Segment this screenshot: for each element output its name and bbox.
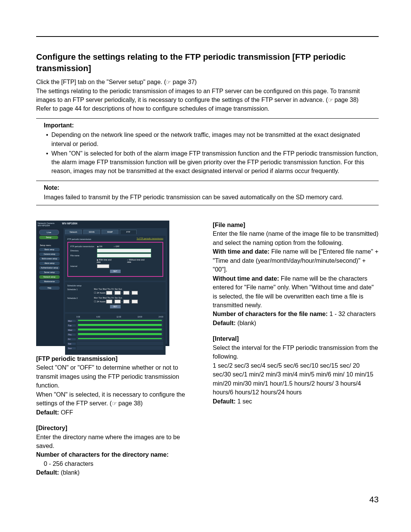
divider — [36, 118, 379, 119]
intro-block: Click the [FTP] tab on the "Server setup… — [36, 78, 379, 113]
left-h2: [Directory] — [36, 424, 67, 431]
ss-highlight-box: FTP periodic transmission ◉ ON ○ OFF Dir… — [67, 242, 163, 277]
left-p2c: 0 - 256 characters — [36, 459, 200, 468]
ss-menu-server[interactable]: Server setup — [39, 271, 60, 274]
important-bullet-1: Depending on the network line speed or t… — [44, 130, 379, 148]
pointer-icon: ☞ — [328, 97, 333, 103]
note-text: Images failed to transmit by the FTP per… — [36, 193, 379, 202]
ss-tab-ddns[interactable]: DDNS — [83, 230, 100, 234]
ss-day-label: Tue — [67, 324, 76, 327]
ss-menu-label: Setup menu — [40, 244, 51, 246]
ss-row-file-label: File name — [70, 254, 97, 257]
settings-screenshot-figure: Network Camera WV-NP1004 WV-NP1004 Live … — [36, 221, 169, 346]
pointer-icon: ☞ — [112, 400, 117, 407]
ss-sched2-days[interactable]: Mon Tue Wed Thu Fri Sat Sun — [94, 297, 138, 299]
ss-tick: 24:00 — [159, 316, 163, 318]
ss-sched1-label: Schedule 1 — [67, 288, 94, 291]
ss-day-label: Sat — [67, 343, 76, 345]
ss-go-link[interactable]: To FTP periodic transmission — [137, 237, 163, 240]
ss-24h-checkbox[interactable]: ☐ — [94, 300, 96, 303]
right-p2a: Select the interval for the FTP periodic… — [213, 343, 379, 361]
intro-line2b: page 38) — [333, 97, 359, 103]
ss-menu-alarm[interactable]: Alarm setup — [39, 262, 60, 265]
right-h2: [Interval] — [213, 335, 239, 342]
ss-file-input[interactable] — [97, 254, 151, 257]
note-heading: Note: — [36, 183, 379, 192]
ss-tick: 0:00 — [76, 316, 80, 318]
right-default2-value: 1 sec — [237, 398, 252, 405]
ss-time-select[interactable] — [132, 291, 138, 295]
ss-day-label: Thu — [67, 333, 76, 336]
ss-time-select[interactable] — [106, 291, 112, 295]
ss-radio-withoutdate[interactable]: ○ Without time and date — [127, 259, 149, 263]
important-bullet-2: When "ON" is selected for both of the al… — [44, 149, 379, 176]
ss-live-button[interactable]: Live — [39, 230, 59, 235]
ss-radio-off[interactable]: ○ OFF — [114, 245, 119, 248]
ss-time-select[interactable] — [132, 300, 138, 303]
right-default1-label: Default: — [213, 319, 237, 326]
right-default2-label: Default: — [213, 398, 237, 405]
right-p2b: 1 sec/2 sec/3 sec/4 sec/5 sec/6 sec/10 s… — [213, 361, 379, 397]
ss-menu-camera[interactable]: Camera setup — [39, 253, 60, 256]
ss-day-label: Wed — [67, 329, 76, 331]
ss-sched1-days[interactable]: Mon Tue Wed Thu Fri Sat Sun — [94, 288, 138, 290]
ss-menu-multi[interactable]: Multi-screen setup — [39, 257, 60, 260]
ss-set-button-2[interactable]: SET — [110, 305, 121, 308]
ss-tab-snmp[interactable]: SNMP — [102, 230, 118, 234]
ss-day-label: Fri — [67, 338, 76, 340]
right-p1d-label: Number of characters for the file name: — [213, 310, 330, 317]
page-title: Configure the settings relating to the F… — [36, 51, 379, 74]
ss-setup-button[interactable]: Setup — [39, 236, 58, 239]
ss-tick: 18:00 — [137, 316, 142, 318]
ss-time-select[interactable] — [115, 291, 121, 295]
left-h1: [FTP periodic transmission] — [36, 355, 118, 362]
intro-line1a: Click the [FTP] tab on the "Server setup… — [36, 79, 166, 85]
ss-sched2-label: Schedule 2 — [67, 297, 94, 299]
ss-tick: 12:00 — [116, 316, 121, 318]
ss-row-dir-label: Directory — [70, 249, 97, 252]
left-default1-value: OFF — [61, 409, 73, 416]
ss-time-select[interactable] — [106, 300, 112, 303]
ss-interval-select[interactable] — [97, 264, 109, 268]
left-default2-label: Default: — [36, 469, 61, 476]
ss-time-select[interactable] — [115, 300, 121, 303]
ss-row-ftp-label: FTP periodic transmission — [70, 245, 97, 248]
pointer-icon: ☞ — [166, 79, 171, 85]
ss-set-button-1[interactable]: SET — [110, 270, 121, 273]
left-default2-value: (blank) — [61, 469, 80, 476]
ss-menu-auth[interactable]: Authentication setup — [39, 266, 60, 270]
left-default1-label: Default: — [36, 409, 61, 416]
ss-dir-input[interactable] — [97, 249, 151, 253]
intro-line3: Refer to page 44 for descriptions of how… — [36, 104, 379, 113]
right-default1-value: (blank) — [237, 319, 256, 326]
right-p1b-label: With time and date: — [213, 248, 271, 255]
ss-radio-on[interactable]: ◉ ON — [97, 245, 102, 248]
left-p1b-a: When "ON" is selected, it is necessary t… — [36, 391, 185, 407]
page-number: 43 — [370, 495, 379, 505]
left-p2a: Enter the directory name where the image… — [36, 433, 200, 451]
ss-24h-checkbox[interactable]: ☐ — [94, 292, 96, 294]
left-p1a: Select "ON" or "OFF" to determine whethe… — [36, 363, 200, 390]
ss-model-heading: WV-NP1004 — [62, 222, 77, 225]
ss-menu-maint[interactable]: Maintenance — [39, 280, 60, 283]
intro-line2a: The settings relating to the periodic tr… — [36, 88, 360, 103]
right-p1d-text: 1 - 32 characters — [330, 310, 376, 317]
ss-row-interval-label: Interval — [70, 265, 97, 267]
ss-radio-withdate[interactable]: ◉ With time and date — [97, 259, 116, 263]
ss-panel2-title: Schedule setup — [67, 284, 163, 287]
ss-tab-network[interactable]: Network — [65, 230, 82, 234]
left-p1b-b: page 38) — [117, 400, 143, 407]
ss-menu-network[interactable]: Network setup — [39, 275, 60, 279]
ss-time-select[interactable] — [123, 291, 129, 295]
right-h1: [File name] — [213, 221, 245, 228]
ss-day-label: Sun — [67, 347, 76, 349]
ss-menu-basic[interactable]: Basic setup — [39, 248, 60, 251]
divider — [36, 205, 379, 205]
intro-line1b: page 37) — [171, 79, 197, 85]
important-heading: Important: — [36, 121, 379, 130]
ss-time-select[interactable] — [123, 300, 129, 303]
ss-model-label: WV-NP1004 — [38, 224, 50, 227]
ss-menu-help[interactable]: Help — [39, 286, 60, 290]
divider — [36, 181, 379, 181]
ss-tab-ftp[interactable]: FTP — [120, 230, 137, 234]
